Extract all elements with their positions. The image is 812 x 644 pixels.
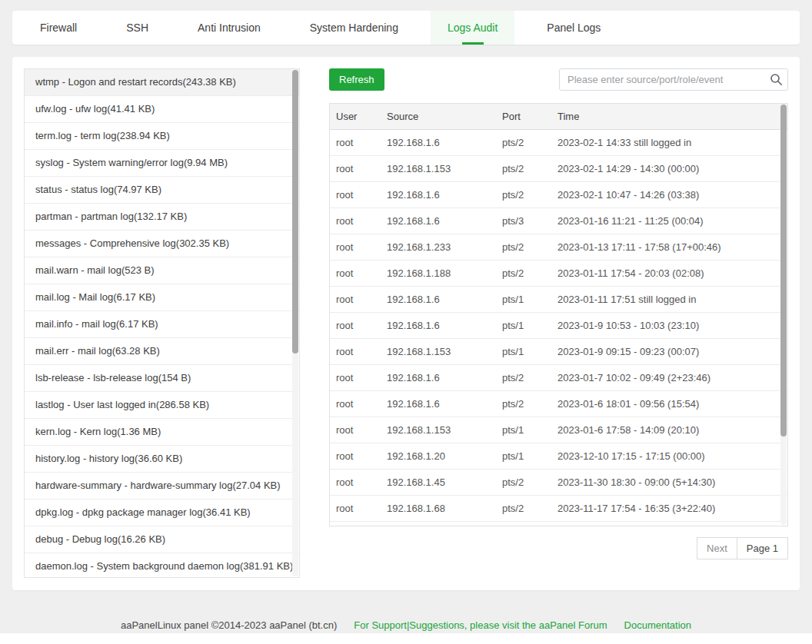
- source-cell: 192.168.1.20: [381, 443, 496, 469]
- log-file-item-label: partman - partman log(132.17 KB): [35, 211, 187, 222]
- sidebar-scrollbar-track[interactable]: [292, 70, 298, 576]
- source-cell: 192.168.1.6: [381, 312, 496, 338]
- log-file-item-label: mail.err - mail log(63.28 KB): [35, 345, 160, 357]
- search-box: [559, 68, 788, 91]
- footer-docs-link[interactable]: Documentation: [624, 619, 691, 631]
- toolbar: Refresh: [329, 68, 788, 91]
- log-file-item[interactable]: debug - Debug log(16.26 KB): [25, 526, 299, 553]
- pagination-next-button[interactable]: Next: [697, 537, 737, 559]
- log-file-item[interactable]: term.log - term log(238.94 KB): [25, 123, 299, 150]
- search-input[interactable]: [559, 68, 788, 91]
- refresh-button[interactable]: Refresh: [329, 68, 384, 91]
- tab[interactable]: Anti Intrusion: [181, 11, 278, 45]
- tab[interactable]: Logs Audit: [431, 11, 514, 45]
- pagination-page-button[interactable]: Page 1: [737, 537, 788, 559]
- tab[interactable]: SSH: [109, 11, 165, 45]
- user-cell: root: [330, 495, 381, 521]
- log-file-item-label: syslog - System warning/error log(9.94 M…: [35, 157, 228, 168]
- port-cell: pts/2: [496, 234, 551, 260]
- log-file-item-label: hardware-summary - hardware-summary log(…: [35, 480, 281, 491]
- tab[interactable]: Firewall: [23, 11, 94, 45]
- log-file-item-label: lsb-release - lsb-release log(154 B): [35, 372, 191, 383]
- log-file-item[interactable]: mail.info - mail log(6.17 KB): [25, 311, 299, 338]
- log-file-item[interactable]: daemon.log - System background daemon lo…: [25, 553, 299, 578]
- table-row: root 192.168.1.153 pts/1 2023-01-6 17:58…: [330, 417, 787, 443]
- log-file-item[interactable]: mail.log - Mail log(6.17 KB): [25, 284, 299, 311]
- source-cell: 192.168.1.6: [381, 364, 496, 390]
- time-cell: 2023-01-16 11:21 - 11:25 (00:04): [551, 207, 787, 234]
- user-cell: root: [330, 207, 381, 234]
- log-file-item[interactable]: kern.log - Kern log(1.36 MB): [25, 419, 299, 446]
- log-file-item[interactable]: partman - partman log(132.17 KB): [25, 204, 299, 231]
- tab-label: SSH: [126, 22, 148, 34]
- table-row: root 192.168.1.233 pts/2 2023-01-13 17:1…: [330, 234, 787, 260]
- log-file-item-label: term.log - term log(238.94 KB): [35, 130, 170, 141]
- time-cell: 2023-01-6 18:01 - 09:56 (15:54): [551, 390, 787, 417]
- table-row: root 192.168.1.6 pts/2 2023-01-6 18:01 -…: [330, 390, 787, 417]
- table-row: root 192.168.1.20 pts/1 2023-12-10 17:15…: [330, 443, 787, 469]
- log-file-item-label: lastlog - User last logged in(286.58 KB): [35, 399, 209, 410]
- log-file-item[interactable]: dpkg.log - dpkg package manager log(36.4…: [25, 500, 299, 526]
- log-file-item[interactable]: wtmp - Logon and restart records(243.38 …: [25, 69, 299, 96]
- log-file-item[interactable]: hardware-summary - hardware-summary log(…: [25, 473, 299, 500]
- table-row: root 192.168.1.188 pts/2 2023-01-11 17:5…: [330, 260, 787, 286]
- user-cell: root: [330, 155, 381, 181]
- log-file-item-label: dpkg.log - dpkg package manager log(36.4…: [35, 506, 251, 518]
- footer-copyright: aaPanelLinux panel ©2014-2023 aaPanel (b…: [121, 619, 337, 631]
- log-file-item[interactable]: syslog - System warning/error log(9.94 M…: [25, 150, 299, 177]
- column-header: User: [330, 104, 381, 129]
- content-panel: Refresh User: [329, 68, 788, 579]
- log-file-item[interactable]: lsb-release - lsb-release log(154 B): [25, 365, 299, 392]
- table-header-row: User Source Port Time: [330, 104, 787, 129]
- log-file-item[interactable]: ufw.log - ufw log(41.41 KB): [25, 96, 299, 123]
- source-cell: 192.168.1.6: [381, 181, 496, 207]
- table-row: root 192.168.1.6 pts/1 2023-01-11 17:51 …: [330, 286, 787, 312]
- tab-label: System Hardening: [310, 22, 398, 34]
- user-cell: root: [330, 443, 381, 469]
- table-scrollbar-track[interactable]: [780, 105, 787, 525]
- user-cell: root: [330, 364, 381, 390]
- log-file-item[interactable]: status - status log(74.97 KB): [25, 177, 299, 204]
- column-header: Port: [496, 104, 551, 129]
- tab-label: Firewall: [40, 22, 77, 34]
- time-cell: 2023-02-1 10:47 - 14:26 (03:38): [551, 181, 787, 207]
- table-row: root 192.168.1.68 pts/2 2023-11-17 17:54…: [330, 495, 787, 521]
- port-cell: pts/2: [496, 364, 551, 390]
- sidebar-scrollbar-thumb[interactable]: [292, 70, 298, 354]
- user-cell: root: [330, 312, 381, 338]
- log-file-items: wtmp - Logon and restart records(243.38 …: [25, 69, 299, 578]
- source-cell: 192.168.1.68: [381, 495, 496, 521]
- time-cell: 2023-02-1 14:29 - 14:30 (00:00): [551, 155, 787, 181]
- time-cell: 2023-01-6 17:58 - 14:09 (20:10): [551, 417, 787, 443]
- table-scrollbar-thumb[interactable]: [780, 105, 787, 437]
- source-cell: 192.168.1.45: [381, 469, 496, 495]
- log-file-item-label: mail.log - Mail log(6.17 KB): [35, 291, 155, 303]
- port-cell: pts/1: [496, 443, 551, 469]
- footer-support-link[interactable]: For Support|Suggestions, please visit th…: [354, 619, 607, 631]
- time-cell: 2023-12-10 17:15 - 17:15 (00:00): [551, 443, 787, 469]
- table-row: root 192.168.1.153 pts/1 2023-01-9 09:15…: [330, 338, 787, 364]
- time-cell: 2023-01-11 17:51 still logged in: [551, 286, 787, 312]
- log-file-item-label: history.log - history log(36.60 KB): [35, 453, 182, 464]
- source-cell: 192.168.1.6: [381, 286, 496, 312]
- tab[interactable]: Panel Logs: [530, 11, 617, 45]
- port-cell: pts/1: [496, 312, 551, 338]
- port-cell: pts/1: [496, 286, 551, 312]
- tab[interactable]: System Hardening: [293, 11, 415, 45]
- time-cell: 2023-11-30 18:30 - 09:00 (5+14:30): [551, 469, 787, 495]
- port-cell: pts/1: [496, 338, 551, 364]
- column-header: Source: [381, 104, 496, 129]
- search-icon[interactable]: [770, 73, 783, 86]
- tab-label: Logs Audit: [448, 22, 498, 34]
- log-file-item[interactable]: lastlog - User last logged in(286.58 KB): [25, 392, 299, 419]
- log-file-item[interactable]: messages - Comprehensive log(302.35 KB): [25, 231, 299, 257]
- log-file-item-label: ufw.log - ufw log(41.41 KB): [35, 103, 155, 115]
- log-file-item[interactable]: mail.warn - mail log(523 B): [25, 257, 299, 284]
- log-file-item[interactable]: mail.err - mail log(63.28 KB): [25, 338, 299, 365]
- table-row: root 192.168.1.6 pts/2 2023-01-7 10:02 -…: [330, 364, 787, 390]
- port-cell: pts/2: [496, 181, 551, 207]
- footer: aaPanelLinux panel ©2014-2023 aaPanel (b…: [0, 590, 812, 631]
- log-file-item[interactable]: history.log - history log(36.60 KB): [25, 446, 299, 473]
- pagination: Next Page 1: [329, 537, 788, 559]
- port-cell: pts/2: [496, 390, 551, 417]
